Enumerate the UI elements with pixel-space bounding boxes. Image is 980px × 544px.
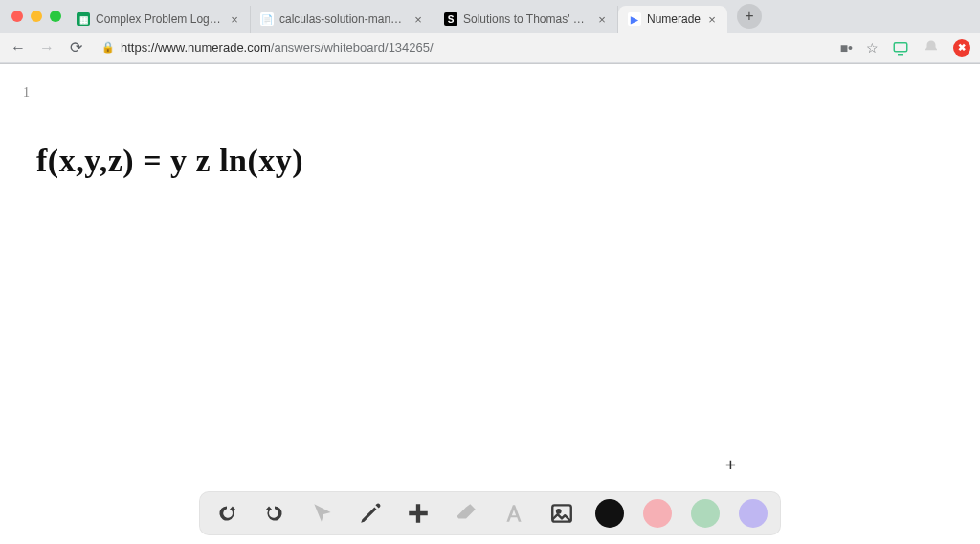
slader-icon: S <box>444 12 457 26</box>
lock-icon: 🔒 <box>101 41 115 54</box>
svg-rect-0 <box>894 42 907 51</box>
close-icon[interactable]: × <box>596 13 608 26</box>
tab-complex-problem-log[interactable]: ▦ Complex Problem Log_Brittany × <box>67 6 251 33</box>
extension-icon-2[interactable] <box>923 39 940 57</box>
slide-number: 1 <box>23 85 30 101</box>
tab-solutions-thomas-calculus[interactable]: S Solutions to Thomas' Calculus × <box>434 6 618 33</box>
camera-icon[interactable]: ■• <box>840 40 853 56</box>
crosshair-cursor-icon: + <box>725 454 736 474</box>
toolbar-right: ■• ☆ ✖ <box>840 39 970 57</box>
whiteboard-page: 1 f(x,y,z) = y z ln(xy) + <box>0 64 980 544</box>
reload-button[interactable]: ⟳ <box>67 38 84 57</box>
maximize-window-button[interactable] <box>50 11 61 22</box>
browser-toolbar: ← → ⟳ 🔒 https://www.numerade.com/answers… <box>0 33 980 63</box>
tab-strip: ▦ Complex Problem Log_Brittany × 📄 calcu… <box>0 0 980 33</box>
color-green[interactable] <box>691 499 720 528</box>
image-tool[interactable] <box>547 499 576 528</box>
handwritten-equation: f(x,y,z) = y z ln(xy) <box>36 143 303 179</box>
color-black[interactable] <box>595 499 624 528</box>
extension-icon-3[interactable]: ✖ <box>953 39 970 57</box>
tab-numerade[interactable]: ▶ Numerade × <box>618 6 727 33</box>
whiteboard-toolbar <box>199 491 781 535</box>
tab-label: calculas-solution-manual-real <box>279 12 407 26</box>
browser-chrome: ▦ Complex Problem Log_Brittany × 📄 calcu… <box>0 0 980 64</box>
new-tab-button[interactable]: + <box>737 4 762 29</box>
svg-point-2 <box>557 510 560 512</box>
eraser-tool[interactable] <box>452 499 480 528</box>
tab-label: Complex Problem Log_Brittany <box>96 12 223 26</box>
close-icon[interactable]: × <box>412 13 424 26</box>
url-text: https://www.numerade.com/answers/whitebo… <box>121 40 434 55</box>
document-icon: 📄 <box>260 12 274 26</box>
back-button[interactable]: ← <box>10 39 27 57</box>
add-tool[interactable] <box>404 499 433 528</box>
address-bar[interactable]: 🔒 https://www.numerade.com/answers/white… <box>96 40 829 55</box>
color-purple[interactable] <box>739 499 768 528</box>
pointer-tool[interactable] <box>308 499 337 528</box>
tab-label: Solutions to Thomas' Calculus <box>463 12 590 26</box>
tab-calculus-solution-manual[interactable]: 📄 calculas-solution-manual-real × <box>251 6 434 33</box>
minimize-window-button[interactable] <box>31 11 42 22</box>
numerade-icon: ▶ <box>628 12 641 26</box>
close-icon[interactable]: × <box>706 13 718 26</box>
undo-button[interactable] <box>212 499 241 528</box>
close-icon[interactable]: × <box>229 13 240 26</box>
color-pink[interactable] <box>643 499 672 528</box>
window-controls <box>11 11 61 22</box>
close-window-button[interactable] <box>11 11 23 22</box>
sheets-icon: ▦ <box>77 12 90 26</box>
pen-tool[interactable] <box>356 499 385 528</box>
extension-icon-1[interactable] <box>892 39 909 57</box>
text-tool[interactable] <box>500 499 528 528</box>
forward-button[interactable]: → <box>38 39 56 57</box>
bookmark-star-icon[interactable]: ☆ <box>866 40 879 56</box>
redo-button[interactable] <box>260 499 289 528</box>
tab-label: Numerade <box>647 12 701 26</box>
